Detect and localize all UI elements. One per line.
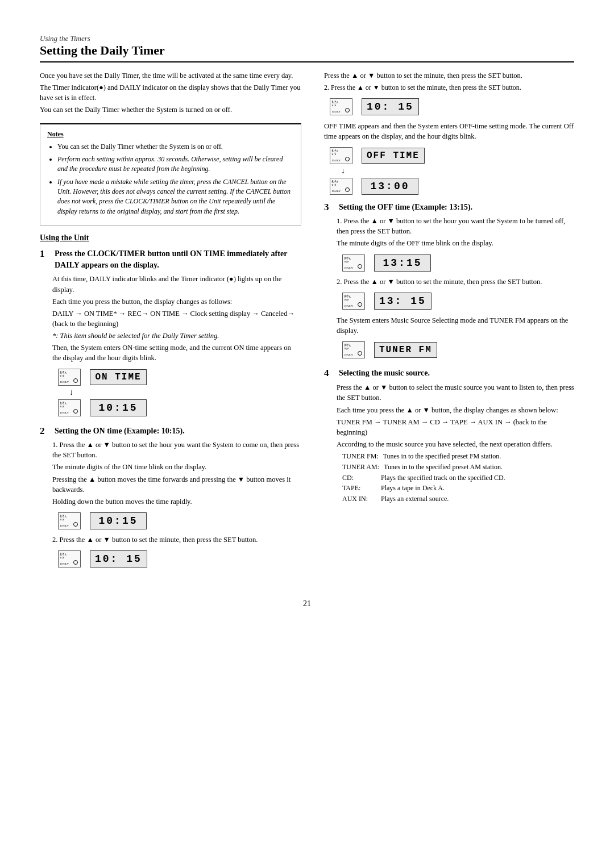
intro-p2: The Timer indicator(●) and DAILY indicat… [40, 82, 301, 103]
step-3-2-text: 2. Press the ▲ or ▼ button to set the mi… [337, 277, 574, 287]
page-number: 21 [40, 599, 574, 608]
using-unit-section: Using the Unit 1 Press the CLOCK/TIMER b… [40, 233, 301, 567]
lcd-3-1: 13:15 [374, 254, 431, 272]
right-dot-1 [345, 108, 350, 112]
music-source-tuner-am: TUNER AM: Tunes in to the specified pres… [342, 462, 574, 472]
ms-desc-1: Tunes in to the specified preset AM stat… [384, 462, 503, 472]
step-2-1-extra-1: Pressing the ▲ button moves the time for… [52, 474, 301, 495]
dot-icon-2-2 [73, 560, 78, 565]
arrow-1: ↓ [69, 388, 301, 397]
step-1-heading: Press the CLOCK/TIMER button until ON TI… [55, 248, 301, 270]
lcd-off-time: OFF TIME [362, 148, 425, 164]
tuner-fm-dot [358, 351, 362, 356]
ms-desc-0: Tunes in to the specified preset FM stat… [383, 452, 501, 461]
music-source-cd: CD: Plays the specified track on the spe… [342, 473, 574, 483]
tuner-fm-row: ∧|∧ ∨|∨ DAILY TUNER FM [342, 341, 574, 358]
step-3-num: 3 [324, 202, 335, 213]
step-4-body-0: Press the ▲ or ▼ button to select the mu… [337, 382, 574, 403]
music-source-aux: AUX IN: Plays an external source. [342, 494, 574, 504]
display-icon-2-1: ∧|∧ ∨|∨ DAILY [58, 512, 81, 529]
right-display-row-1: ∧|∧ ∨|∨ DAILY 10: 15 [330, 98, 574, 115]
page-header: Using the Timers [40, 34, 574, 43]
step-1-note: Then, the System enters ON-time setting … [52, 343, 301, 363]
step-4-body-1: Each time you press the ▲ or ▼ button, t… [337, 405, 574, 415]
lcd-3-2: 13: 15 [374, 293, 432, 310]
lcd-2-1: 10:15 [90, 512, 147, 529]
display-icon-3-2: ∧|∧ ∨|∨ DAILY [342, 293, 365, 310]
ms-label-2: CD: [342, 473, 376, 483]
step-4-body-3: According to the music source you have s… [337, 439, 574, 449]
music-source-tape: TAPE: Plays a tape in Deck A. [342, 483, 574, 493]
tuner-fm-icon: ∧|∧ ∨|∨ DAILY [342, 341, 365, 358]
step-2-2-text: 2. Press the ▲ or ▼ button to set the mi… [52, 535, 301, 545]
step-2-1-extra-0: The minute digits of the ON time blink o… [52, 462, 301, 472]
step-1: 1 Press the CLOCK/TIMER button until ON … [40, 248, 301, 416]
step-4-body-2: TUNER FM → TUNER AM → CD → TAPE → AUX IN… [337, 417, 574, 437]
step-2-1-diagram: ∧|∧ ∨|∨ DAILY 10:15 [58, 512, 301, 529]
lcd-tuner-fm: TUNER FM [374, 342, 437, 358]
step-3-2-after-note: The System enters Music Source Selecting… [337, 315, 574, 336]
intro-p1: Once you have set the Daily Timer, the t… [40, 70, 301, 81]
off-time-note: OFF TIME appears and then the System ent… [324, 121, 574, 141]
step-2-after-note: Press the ▲ or ▼ button to set the minut… [324, 70, 574, 195]
notes-box: Notes You can set the Daily Timer whethe… [40, 123, 301, 226]
display-icon-1: ∧|∧ ∨|∨ DAILY [58, 369, 81, 386]
right-column: Press the ▲ or ▼ button to set the minut… [324, 70, 574, 577]
step-4: 4 Selecting the music source. Press the … [324, 368, 574, 504]
dot-icon-1 [73, 378, 78, 383]
dot-icon-3-1 [358, 264, 362, 269]
step-3-2: 2. Press the ▲ or ▼ button to set the mi… [337, 277, 574, 359]
step-1-body-2: DAILY → ON TIME* → REC→ ON TIME → Clock … [52, 308, 301, 329]
step-2-2-diagram: ∧|∧ ∨|∨ DAILY 10: 15 [58, 550, 301, 567]
intro-p3: You can set the Daily Timer whether the … [40, 105, 301, 115]
ms-label-4: AUX IN: [342, 494, 376, 504]
step-3-substeps: 1. Press the ▲ or ▼ button to set the ho… [337, 216, 574, 358]
notes-title: Notes [47, 130, 294, 139]
arrow-off: ↓ [341, 166, 574, 176]
tuner-fm-diagram: ∧|∧ ∨|∨ DAILY TUNER FM [342, 341, 574, 358]
step-2-2: 2. Press the ▲ or ▼ button to set the mi… [52, 535, 301, 568]
step-2-heading: Setting the ON time (Example: 10:15). [55, 425, 185, 437]
display-row-3-1: ∧|∧ ∨|∨ DAILY 13:15 [342, 254, 574, 272]
music-source-tuner-fm: TUNER FM: Tunes in to the specified pres… [342, 452, 574, 461]
right-step2-diagram: ∧|∧ ∨|∨ DAILY 10: 15 [330, 98, 574, 115]
dot-icon-2-1 [73, 522, 78, 527]
step-1-num: 1 [40, 248, 51, 260]
off-time-row-1: ∧|∧ ∨|∨ DAILY OFF TIME [330, 147, 574, 164]
ms-desc-3: Plays a tape in Deck A. [381, 483, 445, 493]
step-3-1: 1. Press the ▲ or ▼ button to set the ho… [337, 216, 574, 271]
display-icon-2-2: ∧|∧ ∨|∨ DAILY [58, 550, 81, 567]
section-title: Setting the Daily Timer [40, 43, 574, 62]
ms-label-3: TAPE: [342, 483, 376, 493]
step-3: 3 Setting the OFF time (Example: 13:15).… [324, 202, 574, 358]
off-time-dot-1 [345, 157, 350, 161]
lcd-time-blink: 10:15 [90, 399, 147, 416]
right-icon-1: ∧|∧ ∨|∨ DAILY [330, 98, 352, 115]
step-4-heading: Selecting the music source. [339, 368, 430, 379]
step-3-1-extra: The minute digits of the OFF time blink … [337, 238, 574, 248]
off-time-diagram: ∧|∧ ∨|∨ DAILY OFF TIME ↓ ∧|∧ ∨|∨ DAILY [330, 147, 574, 195]
step-1-body-0: At this time, DAILY indicator blinks and… [52, 274, 301, 294]
step-3-2-diagram: ∧|∧ ∨|∨ DAILY 13: 15 [342, 293, 574, 310]
intro-text: Once you have set the Daily Timer, the t… [40, 70, 301, 115]
step-2-2-note: Press the ▲ or ▼ button to set the minut… [324, 70, 574, 81]
lcd-13-00: 13:00 [362, 178, 418, 195]
notes-list: You can set the Daily Timer whether the … [47, 142, 294, 217]
step-1-body-1: Each time you press the button, the disp… [52, 297, 301, 307]
display-row-2-2: ∧|∧ ∨|∨ DAILY 10: 15 [58, 550, 301, 567]
step-1-body: At this time, DAILY indicator blinks and… [52, 274, 301, 416]
step-3-1-diagram: ∧|∧ ∨|∨ DAILY 13:15 [342, 254, 574, 272]
music-source-list: TUNER FM: Tunes in to the specified pres… [342, 452, 574, 504]
step-4-body: Press the ▲ or ▼ button to select the mu… [337, 382, 574, 504]
display-icon-3-1: ∧|∧ ∨|∨ DAILY [342, 254, 365, 272]
display-icon-2: ∧|∧ ∨|∨ DAILY [58, 399, 81, 416]
ms-label-0: TUNER FM: [342, 452, 379, 461]
display-row-2-1: ∧|∧ ∨|∨ DAILY 10:15 [58, 512, 301, 529]
step-2-1-text: 1. Press the ▲ or ▼ button to set the ho… [52, 440, 301, 460]
note-item-3: If you have made a mistake while setting… [57, 177, 294, 217]
off-time-row-2: ∧|∧ ∨|∨ DAILY 13:00 [330, 178, 574, 195]
ms-desc-4: Plays an external source. [381, 494, 449, 504]
right-lcd-1: 10: 15 [362, 98, 419, 115]
using-unit-title: Using the Unit [40, 233, 301, 243]
display-row-1: ∧|∧ ∨|∨ DAILY ON TIME [58, 369, 301, 386]
